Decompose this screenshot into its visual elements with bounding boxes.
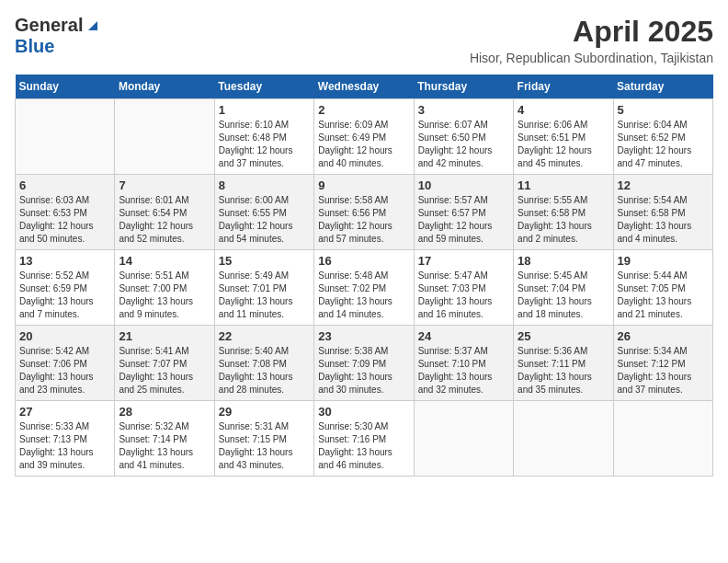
day-number: 15 — [219, 254, 310, 268]
day-info: Sunrise: 6:04 AMSunset: 6:52 PMDaylight:… — [618, 119, 709, 170]
day-info: Sunrise: 6:10 AMSunset: 6:48 PMDaylight:… — [219, 119, 310, 170]
calendar-table: SundayMondayTuesdayWednesdayThursdayFrid… — [15, 75, 713, 477]
day-info: Sunrise: 5:52 AMSunset: 6:59 PMDaylight:… — [19, 270, 110, 321]
day-number: 5 — [618, 103, 709, 117]
day-info: Sunrise: 6:03 AMSunset: 6:53 PMDaylight:… — [19, 194, 110, 246]
column-header-sunday: Sunday — [16, 75, 115, 99]
day-number: 8 — [219, 178, 310, 192]
day-cell: 16Sunrise: 5:48 AMSunset: 7:02 PMDayligh… — [314, 250, 414, 326]
header: General Blue April 2025 Hisor, Republica… — [15, 15, 713, 65]
day-cell: 27Sunrise: 5:33 AMSunset: 7:13 PMDayligh… — [16, 401, 115, 477]
day-cell: 22Sunrise: 5:40 AMSunset: 7:08 PMDayligh… — [214, 326, 313, 401]
day-info: Sunrise: 5:36 AMSunset: 7:11 PMDaylight:… — [518, 345, 609, 396]
day-info: Sunrise: 5:51 AMSunset: 7:00 PMDaylight:… — [119, 270, 210, 321]
day-info: Sunrise: 5:37 AMSunset: 7:10 PMDaylight:… — [418, 345, 509, 396]
day-number: 28 — [119, 405, 210, 419]
day-number: 25 — [518, 329, 609, 343]
day-number: 16 — [318, 254, 409, 268]
day-info: Sunrise: 5:44 AMSunset: 7:05 PMDaylight:… — [618, 270, 709, 321]
day-number: 17 — [418, 254, 509, 268]
day-info: Sunrise: 5:31 AMSunset: 7:15 PMDaylight:… — [219, 420, 310, 472]
day-cell: 1Sunrise: 6:10 AMSunset: 6:48 PMDaylight… — [214, 99, 313, 175]
day-number: 20 — [19, 329, 110, 343]
day-info: Sunrise: 6:01 AMSunset: 6:54 PMDaylight:… — [119, 194, 210, 246]
day-info: Sunrise: 6:07 AMSunset: 6:50 PMDaylight:… — [418, 119, 509, 170]
day-cell — [115, 99, 214, 175]
logo-triangle-icon — [85, 17, 99, 36]
day-cell: 19Sunrise: 5:44 AMSunset: 7:05 PMDayligh… — [613, 250, 712, 326]
day-number: 10 — [418, 178, 509, 192]
day-info: Sunrise: 5:32 AMSunset: 7:14 PMDaylight:… — [119, 420, 210, 472]
day-cell: 12Sunrise: 5:54 AMSunset: 6:58 PMDayligh… — [613, 175, 712, 250]
day-cell: 4Sunrise: 6:06 AMSunset: 6:51 PMDaylight… — [514, 99, 613, 175]
day-cell: 21Sunrise: 5:41 AMSunset: 7:07 PMDayligh… — [115, 326, 214, 401]
column-header-monday: Monday — [115, 75, 214, 99]
day-info: Sunrise: 5:47 AMSunset: 7:03 PMDaylight:… — [418, 270, 509, 321]
day-info: Sunrise: 5:34 AMSunset: 7:12 PMDaylight:… — [618, 345, 709, 396]
day-number: 11 — [518, 178, 609, 192]
day-number: 29 — [219, 405, 310, 419]
column-header-wednesday: Wednesday — [314, 75, 414, 99]
day-cell: 14Sunrise: 5:51 AMSunset: 7:00 PMDayligh… — [115, 250, 214, 326]
day-number: 23 — [318, 329, 409, 343]
week-row-1: 1Sunrise: 6:10 AMSunset: 6:48 PMDaylight… — [16, 99, 713, 175]
day-number: 7 — [119, 178, 210, 192]
day-number: 2 — [318, 103, 409, 117]
day-info: Sunrise: 6:00 AMSunset: 6:55 PMDaylight:… — [219, 194, 310, 246]
column-headers: SundayMondayTuesdayWednesdayThursdayFrid… — [16, 75, 713, 99]
month-title: April 2025 — [470, 15, 713, 49]
day-cell: 8Sunrise: 6:00 AMSunset: 6:55 PMDaylight… — [214, 175, 313, 250]
title-area: April 2025 Hisor, Republican Subordinati… — [470, 15, 713, 65]
day-cell: 3Sunrise: 6:07 AMSunset: 6:50 PMDaylight… — [414, 99, 513, 175]
day-info: Sunrise: 5:45 AMSunset: 7:04 PMDaylight:… — [518, 270, 609, 321]
day-number: 21 — [119, 329, 210, 343]
logo: General Blue — [15, 15, 99, 57]
day-info: Sunrise: 5:57 AMSunset: 6:57 PMDaylight:… — [418, 194, 509, 246]
day-cell: 18Sunrise: 5:45 AMSunset: 7:04 PMDayligh… — [514, 250, 613, 326]
day-number: 26 — [618, 329, 709, 343]
day-number: 12 — [618, 178, 709, 192]
day-info: Sunrise: 5:33 AMSunset: 7:13 PMDaylight:… — [19, 420, 110, 472]
day-number: 13 — [19, 254, 110, 268]
week-row-4: 20Sunrise: 5:42 AMSunset: 7:06 PMDayligh… — [16, 326, 713, 401]
day-cell: 11Sunrise: 5:55 AMSunset: 6:58 PMDayligh… — [514, 175, 613, 250]
day-info: Sunrise: 5:55 AMSunset: 6:58 PMDaylight:… — [518, 194, 609, 246]
day-number: 27 — [19, 405, 110, 419]
day-number: 18 — [518, 254, 609, 268]
day-cell: 6Sunrise: 6:03 AMSunset: 6:53 PMDaylight… — [16, 175, 115, 250]
day-info: Sunrise: 5:58 AMSunset: 6:56 PMDaylight:… — [318, 194, 409, 246]
day-number: 24 — [418, 329, 509, 343]
column-header-saturday: Saturday — [613, 75, 712, 99]
day-cell — [514, 401, 613, 477]
day-number: 1 — [219, 103, 310, 117]
day-info: Sunrise: 5:49 AMSunset: 7:01 PMDaylight:… — [219, 270, 310, 321]
column-header-thursday: Thursday — [414, 75, 513, 99]
column-header-tuesday: Tuesday — [214, 75, 313, 99]
day-cell: 30Sunrise: 5:30 AMSunset: 7:16 PMDayligh… — [314, 401, 414, 477]
day-cell: 9Sunrise: 5:58 AMSunset: 6:56 PMDaylight… — [314, 175, 414, 250]
day-cell: 20Sunrise: 5:42 AMSunset: 7:06 PMDayligh… — [16, 326, 115, 401]
week-row-3: 13Sunrise: 5:52 AMSunset: 6:59 PMDayligh… — [16, 250, 713, 326]
day-info: Sunrise: 5:54 AMSunset: 6:58 PMDaylight:… — [618, 194, 709, 246]
day-number: 3 — [418, 103, 509, 117]
day-cell — [613, 401, 712, 477]
week-row-5: 27Sunrise: 5:33 AMSunset: 7:13 PMDayligh… — [16, 401, 713, 477]
column-header-friday: Friday — [514, 75, 613, 99]
week-row-2: 6Sunrise: 6:03 AMSunset: 6:53 PMDaylight… — [16, 175, 713, 250]
day-info: Sunrise: 5:40 AMSunset: 7:08 PMDaylight:… — [219, 345, 310, 396]
day-cell: 26Sunrise: 5:34 AMSunset: 7:12 PMDayligh… — [613, 326, 712, 401]
day-number: 4 — [518, 103, 609, 117]
day-cell: 28Sunrise: 5:32 AMSunset: 7:14 PMDayligh… — [115, 401, 214, 477]
day-cell: 7Sunrise: 6:01 AMSunset: 6:54 PMDaylight… — [115, 175, 214, 250]
day-cell: 2Sunrise: 6:09 AMSunset: 6:49 PMDaylight… — [314, 99, 414, 175]
day-cell — [16, 99, 115, 175]
day-cell: 29Sunrise: 5:31 AMSunset: 7:15 PMDayligh… — [214, 401, 313, 477]
day-info: Sunrise: 6:09 AMSunset: 6:49 PMDaylight:… — [318, 119, 409, 170]
day-number: 14 — [119, 254, 210, 268]
day-number: 22 — [219, 329, 310, 343]
day-info: Sunrise: 6:06 AMSunset: 6:51 PMDaylight:… — [518, 119, 609, 170]
logo-general: General — [15, 15, 83, 36]
day-cell: 13Sunrise: 5:52 AMSunset: 6:59 PMDayligh… — [16, 250, 115, 326]
day-cell: 5Sunrise: 6:04 AMSunset: 6:52 PMDaylight… — [613, 99, 712, 175]
day-cell — [414, 401, 513, 477]
